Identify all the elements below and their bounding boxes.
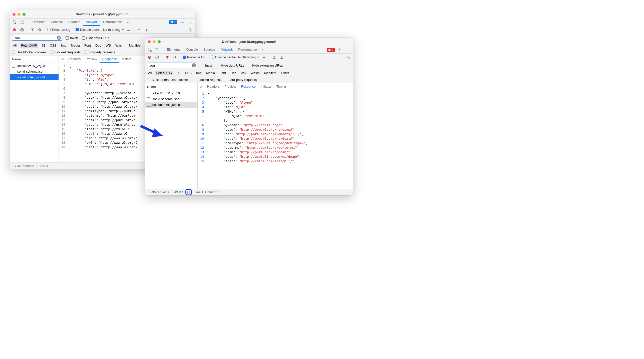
device-toolbar-icon[interactable] (19, 19, 25, 25)
name-column-header[interactable]: Name (10, 56, 59, 63)
type-filter-doc[interactable]: Doc (94, 43, 102, 48)
type-filter-img[interactable]: Img (60, 43, 68, 48)
throttling-dropdown[interactable]: No throttling▾ (238, 55, 259, 59)
kebab-menu-icon[interactable]: ⋮ (345, 47, 351, 53)
type-filter-all[interactable]: All (12, 43, 18, 48)
blocked-requests-checkbox[interactable]: Blocked Requests (50, 50, 81, 54)
filter-icon[interactable] (165, 55, 170, 60)
type-filter-fetch-xhr[interactable]: Fetch/XHR (155, 71, 173, 75)
invert-checkbox[interactable]: Invert (201, 64, 213, 67)
network-conditions-icon[interactable] (261, 55, 266, 60)
detail-tab-timing[interactable]: Timing (274, 83, 289, 90)
invert-checkbox[interactable]: Invert (66, 36, 78, 40)
throttling-dropdown[interactable]: No throttling▾ (103, 28, 124, 32)
type-filter-js[interactable]: JS (41, 43, 46, 48)
request-row[interactable]: collect?v=1&_v=j10... (10, 63, 59, 69)
blocked-response-cookies-checkbox[interactable]: Blocked response cookies (147, 78, 189, 82)
record-icon[interactable] (147, 55, 152, 60)
inspect-element-icon[interactable] (147, 47, 153, 53)
filter-icon[interactable] (30, 27, 35, 32)
type-filter-css[interactable]: CSS (184, 71, 193, 75)
blocked-requests-checkbox[interactable]: Blocked requests (193, 78, 222, 82)
response-code-pane[interactable]: 12345––689101112131415 { "@context": : {… (198, 90, 353, 189)
network-settings-icon[interactable] (188, 27, 193, 32)
type-filter-img[interactable]: Img (195, 71, 203, 75)
pretty-print-icon[interactable]: { } (185, 189, 192, 195)
filter-text-field[interactable] (14, 36, 57, 40)
type-filter-js[interactable]: JS (176, 71, 181, 75)
close-window-icon[interactable] (148, 40, 151, 43)
detail-tab-initiato[interactable]: Initiato (119, 56, 134, 63)
third-party-requests-checkbox[interactable]: 3rd-party requests (226, 78, 257, 82)
panel-tab-network[interactable]: Network (83, 19, 100, 26)
detail-tab-headers[interactable]: Headers (66, 56, 83, 63)
upload-har-icon[interactable] (272, 55, 277, 60)
clear-filter-icon[interactable]: ✕ (192, 63, 196, 67)
disable-cache-checkbox[interactable]: ✓Disable cache (76, 28, 101, 32)
type-filter-media[interactable]: Media (205, 71, 216, 75)
more-tabs-icon[interactable]: » (125, 20, 130, 24)
network-settings-icon[interactable] (346, 55, 351, 60)
preserve-log-checkbox[interactable]: ✓Preserve log (183, 55, 205, 59)
request-row[interactable]: collect?v=1&_v=j10... (145, 90, 197, 96)
type-filter-font[interactable]: Font (83, 43, 92, 48)
request-row[interactable]: jsonldcontext.jsonld (145, 102, 197, 108)
request-row[interactable]: jsonld-schema.json (145, 96, 197, 102)
settings-icon[interactable] (179, 19, 185, 25)
minimize-window-icon[interactable] (18, 13, 21, 16)
panel-tab-sources[interactable]: Sources (66, 19, 83, 26)
errors-badge[interactable]: 3 (327, 48, 335, 52)
type-filter-wasm[interactable]: Wasm (249, 71, 260, 75)
hide-data-urls-checkbox[interactable]: Hide data URLs (217, 64, 244, 67)
panel-tab-sources[interactable]: Sources (201, 46, 218, 53)
panel-tab-performance[interactable]: Performance (236, 46, 259, 53)
clear-icon[interactable] (155, 55, 160, 60)
type-filter-ws[interactable]: WS (105, 43, 112, 48)
maximize-window-icon[interactable] (23, 13, 26, 16)
close-detail-icon[interactable]: ✕ (60, 57, 65, 61)
filter-input[interactable]: ✕ (147, 63, 197, 68)
type-filter-font[interactable]: Font (218, 71, 227, 75)
clear-filter-icon[interactable]: ✕ (57, 36, 61, 40)
filter-text-field[interactable] (149, 64, 192, 67)
type-filter-css[interactable]: CSS (49, 43, 58, 48)
panel-tab-performance[interactable]: Performance (101, 19, 124, 26)
maximize-window-icon[interactable] (158, 40, 161, 43)
minimize-window-icon[interactable] (153, 40, 156, 43)
name-column-header[interactable]: Name (145, 83, 197, 90)
type-filter-media[interactable]: Media (70, 43, 81, 48)
search-icon[interactable] (172, 55, 177, 60)
search-icon[interactable] (37, 27, 42, 32)
settings-icon[interactable] (337, 47, 343, 53)
download-har-icon[interactable] (144, 27, 149, 32)
type-filter-ws[interactable]: WS (240, 71, 247, 75)
detail-tab-headers[interactable]: Headers (205, 83, 222, 90)
has-blocked-cookies-checkbox[interactable]: Has blocked cookies (12, 50, 46, 54)
more-tabs-icon[interactable]: » (260, 48, 265, 52)
upload-har-icon[interactable] (137, 27, 142, 32)
network-conditions-icon[interactable] (126, 27, 131, 32)
request-row[interactable]: jsonld-schema.json (10, 69, 59, 74)
type-filter-manifest[interactable]: Manifest (263, 71, 277, 75)
type-filter-all[interactable]: All (147, 71, 153, 75)
third-party-requests-checkbox[interactable]: 3rd-party requests (84, 50, 115, 54)
request-row[interactable]: jsonldcontext.jsonld (10, 74, 59, 80)
close-detail-icon[interactable]: ✕ (199, 85, 204, 89)
hide-extension-urls-checkbox[interactable]: Hide extension URLs (248, 64, 283, 67)
clear-icon[interactable] (20, 27, 25, 32)
kebab-menu-icon[interactable]: ⋮ (187, 19, 193, 25)
device-toolbar-icon[interactable] (154, 47, 160, 53)
panel-tab-elements[interactable]: Elements (164, 46, 183, 53)
download-har-icon[interactable] (279, 55, 284, 60)
close-window-icon[interactable] (13, 13, 16, 16)
preserve-log-checkbox[interactable]: Preserve log (48, 28, 70, 32)
detail-tab-response[interactable]: Response (100, 56, 119, 63)
panel-tab-console[interactable]: Console (48, 19, 65, 26)
issues-badge[interactable]: 1 (169, 20, 177, 24)
record-icon[interactable] (12, 27, 17, 32)
panel-tab-network[interactable]: Network (218, 46, 235, 53)
hide-data-urls-checkbox[interactable]: Hide data URLs (82, 36, 109, 40)
detail-tab-response[interactable]: Response (238, 83, 258, 90)
type-filter-wasm[interactable]: Wasm (114, 43, 125, 48)
disable-cache-checkbox[interactable]: Disable cache (211, 55, 236, 59)
